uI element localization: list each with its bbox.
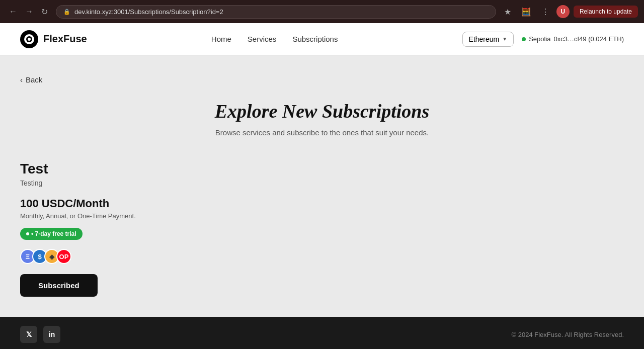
- footer-copyright: © 2024 FlexFuse. All Rights Reserved.: [512, 331, 624, 338]
- subscription-card: Test Testing 100 USDC/Month Monthly, Ann…: [20, 161, 272, 297]
- back-label: Back: [26, 75, 42, 84]
- back-link[interactable]: ‹ Back: [20, 75, 42, 84]
- chain-icons: Ξ $ ◈ OP: [20, 249, 272, 264]
- relaunch-button[interactable]: Relaunch to update: [574, 6, 638, 18]
- nav-services[interactable]: Services: [248, 35, 277, 43]
- chain-optimism-icon: OP: [56, 249, 71, 264]
- logo-area[interactable]: FlexFuse: [20, 30, 87, 48]
- nav-links: Home Services Subscriptions: [211, 35, 338, 43]
- trial-badge: • 7-day free trial: [20, 228, 83, 240]
- page-header: Explore New Subscriptions Browse service…: [20, 100, 624, 137]
- trial-dot-icon: [26, 232, 29, 235]
- menu-button[interactable]: ⋮: [538, 5, 552, 19]
- browser-chrome: ← → ↻ 🔒 dev.kinto.xyz:3001/Subscriptions…: [0, 0, 644, 23]
- extensions-button[interactable]: 🧮: [518, 5, 534, 19]
- logo-text: FlexFuse: [43, 33, 87, 45]
- twitter-button[interactable]: 𝕏: [20, 326, 37, 343]
- profile-avatar[interactable]: U: [556, 5, 570, 18]
- main-content: ‹ Back Explore New Subscriptions Browse …: [0, 55, 644, 317]
- nav-buttons: ← → ↻: [6, 5, 51, 19]
- service-price: 100 USDC/Month: [20, 197, 272, 210]
- lock-icon: 🔒: [63, 9, 70, 15]
- svg-point-2: [28, 38, 31, 41]
- browser-actions: ★ 🧮 ⋮ U Relaunch to update: [501, 5, 638, 19]
- page-wrapper: FlexFuse Home Services Subscriptions Eth…: [0, 23, 644, 349]
- payment-options: Monthly, Annual, or One-Time Payment.: [20, 212, 272, 220]
- chevron-down-icon: ▼: [502, 36, 507, 42]
- service-name: Test: [20, 161, 272, 177]
- network-selector[interactable]: Ethereum ▼: [462, 32, 514, 47]
- network-label: Ethereum: [469, 35, 500, 43]
- reload-button[interactable]: ↻: [38, 5, 51, 19]
- wallet-status-dot: [522, 37, 526, 41]
- nav-home[interactable]: Home: [211, 35, 231, 43]
- bookmark-button[interactable]: ★: [501, 5, 514, 19]
- url-text: dev.kinto.xyz:3001/Subscriptions/Subscri…: [74, 8, 223, 16]
- footer-social: 𝕏 in: [20, 326, 60, 343]
- subscribed-button[interactable]: Subscribed: [20, 274, 98, 297]
- wallet-info: Sepolia 0xc3…cf49 (0.024 ETH): [522, 35, 624, 43]
- footer: 𝕏 in © 2024 FlexFuse. All Rights Reserve…: [0, 317, 644, 349]
- back-nav-button[interactable]: ←: [6, 5, 20, 19]
- wallet-address: 0xc3…cf49 (0.024 ETH): [554, 35, 624, 43]
- page-subtitle: Browse services and subscribe to the one…: [20, 128, 624, 137]
- linkedin-button[interactable]: in: [43, 326, 60, 343]
- nav-right: Ethereum ▼ Sepolia 0xc3…cf49 (0.024 ETH): [462, 32, 624, 47]
- forward-nav-button[interactable]: →: [22, 5, 36, 19]
- nav-subscriptions[interactable]: Subscriptions: [292, 35, 338, 43]
- logo-icon: [20, 30, 38, 48]
- network-sub-label: Sepolia: [529, 35, 550, 43]
- navbar: FlexFuse Home Services Subscriptions Eth…: [0, 23, 644, 55]
- address-bar[interactable]: 🔒 dev.kinto.xyz:3001/Subscriptions/Subsc…: [56, 5, 496, 19]
- trial-badge-text: • 7-day free trial: [31, 230, 76, 237]
- service-description: Testing: [20, 179, 272, 187]
- back-arrow-icon: ‹: [20, 75, 23, 84]
- page-title: Explore New Subscriptions: [20, 100, 624, 122]
